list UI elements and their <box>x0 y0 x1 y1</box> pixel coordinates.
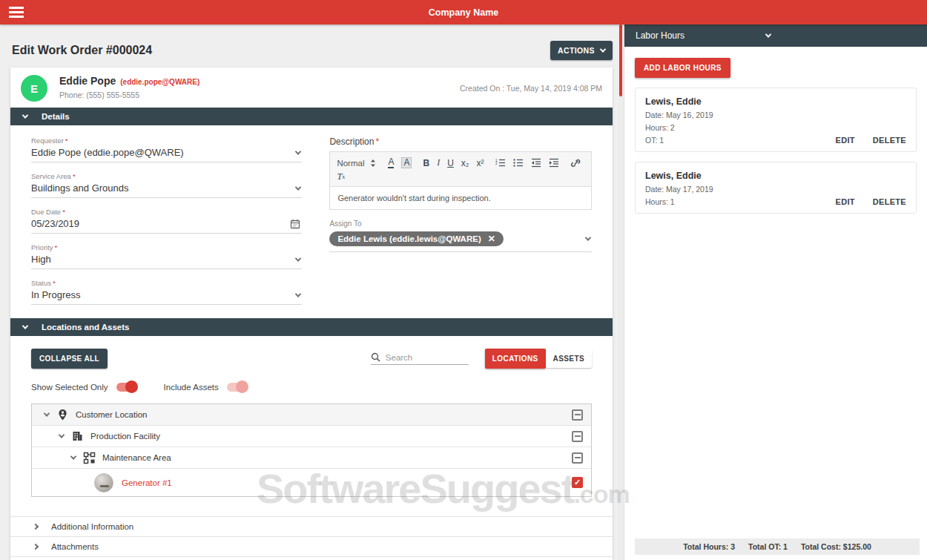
calendar-icon[interactable] <box>290 219 300 229</box>
bold-icon[interactable]: B <box>423 158 429 168</box>
actions-button-label: ACTIONS <box>558 46 595 55</box>
service-area-select[interactable]: Buildings and Grounds <box>31 180 302 198</box>
labor-hours-panel: Labor Hours ADD LABOR HOURS Lewis, Eddie… <box>624 24 927 560</box>
priority-select[interactable]: High <box>31 251 302 269</box>
status-field-label: Status* <box>31 279 302 287</box>
chevron-down-icon <box>295 148 301 154</box>
include-assets-toggle[interactable] <box>227 383 246 392</box>
labor-entry-name: Lewis, Eddie <box>645 96 713 107</box>
requester-select[interactable]: Eddie Pope (eddie.pope@QWARE) <box>31 145 302 162</box>
status-select[interactable]: In Progress <box>31 287 302 305</box>
clear-formatting-icon[interactable]: Tx <box>337 171 345 182</box>
additional-information-label: Additional Information <box>51 522 133 531</box>
requester-select-value: Eddie Pope (eddie.pope@QWARE) <box>31 147 184 158</box>
subscript-icon[interactable]: x₂ <box>461 158 469 168</box>
actions-button[interactable]: ACTIONS <box>550 41 613 60</box>
chevron-down-icon <box>295 184 301 190</box>
service-area-select-value: Buildings and Grounds <box>31 182 129 194</box>
superscript-icon[interactable]: x² <box>477 158 484 168</box>
assign-to-label: Assign To <box>329 220 592 228</box>
editor-toolbar: Normal A A B I <box>330 152 591 187</box>
checkbox-checked[interactable]: ✓ <box>572 477 583 488</box>
locations-section-label: Locations and Assets <box>42 323 129 332</box>
edit-button[interactable]: EDIT <box>836 197 855 206</box>
tree-row-customer-location[interactable]: Customer Location <box>32 404 591 426</box>
chevron-down-icon[interactable] <box>44 410 50 416</box>
assignee-chip-label: Eddie Lewis (eddie.lewis@QWARE) <box>337 234 481 243</box>
checkbox-indeterminate[interactable] <box>572 452 583 464</box>
labor-entry-card: Lewis, Eddie Date: May 16, 2019 Hours: 2… <box>635 88 917 152</box>
underline-icon[interactable]: U <box>447 158 454 168</box>
checkbox-indeterminate[interactable] <box>572 409 583 421</box>
labor-entry-card: Lewis, Eddie Date: May 17, 2019 Hours: 1… <box>635 162 917 214</box>
details-section-header[interactable]: Details <box>10 108 613 125</box>
include-assets-label: Include Assets <box>164 383 219 392</box>
delete-button[interactable]: DELETE <box>873 197 906 206</box>
search-input[interactable] <box>386 353 460 362</box>
close-icon[interactable]: ✕ <box>488 234 495 243</box>
company-name-title: Company Name <box>0 7 927 18</box>
delete-button[interactable]: DELETE <box>873 136 906 145</box>
assign-to-select[interactable]: Eddie Lewis (eddie.lewis@QWARE) ✕ <box>329 228 592 252</box>
show-selected-only-toggle[interactable] <box>116 383 136 392</box>
add-labor-hours-button[interactable]: ADD LABOR HOURS <box>635 58 730 78</box>
priority-field-label: Priority* <box>31 243 302 251</box>
description-label: Description* <box>329 136 592 147</box>
location-search <box>371 352 469 365</box>
chevron-right-icon <box>33 524 39 530</box>
requester-name: Eddie Pope <box>59 75 116 87</box>
chevron-down-icon <box>22 112 28 118</box>
chevron-down-icon <box>295 291 301 297</box>
assignee-chip: Eddie Lewis (eddie.lewis@QWARE) ✕ <box>329 231 503 246</box>
scrollbar-thumb[interactable] <box>619 24 622 96</box>
highlight-color-icon[interactable]: A <box>401 157 412 168</box>
status-select-value: In Progress <box>31 289 80 300</box>
checkbox-indeterminate[interactable] <box>572 431 583 442</box>
labor-entry-ot: OT: 1 <box>645 136 713 145</box>
total-hours: Total Hours: 3 <box>683 542 735 551</box>
locations-tab-button[interactable]: LOCATIONS <box>485 349 546 369</box>
building-icon <box>71 430 84 443</box>
locations-section-header[interactable]: Locations and Assets <box>10 318 613 336</box>
due-date-value: 05/23/2019 <box>31 218 79 229</box>
description-editor: Normal A A B I <box>329 151 592 210</box>
chevron-down-icon[interactable] <box>59 432 65 438</box>
bullet-list-icon[interactable] <box>513 158 524 168</box>
tree-row-production-facility[interactable]: Production Facility <box>32 426 591 447</box>
labor-hours-header[interactable]: Labor Hours <box>624 24 927 47</box>
requester-field-label: Requester* <box>31 136 302 145</box>
work-order-card: E Eddie Pope (eddie.pope@QWARE) Phone: (… <box>10 67 613 560</box>
chevron-down-icon <box>585 235 591 241</box>
avatar: E <box>21 75 47 102</box>
ordered-list-icon[interactable]: 12 <box>495 158 506 168</box>
tree-row-maintenance-area[interactable]: Maintenance Area <box>32 447 591 469</box>
service-area-field-label: Service Area* <box>31 172 302 180</box>
assets-tab-button[interactable]: ASSETS <box>546 349 592 368</box>
description-input[interactable]: Generator wouldn't start during inspecti… <box>330 187 591 209</box>
chevron-down-icon <box>765 31 771 37</box>
page-title: Edit Work Order #000024 <box>12 44 152 57</box>
tree-label: Maintenance Area <box>102 453 171 462</box>
indent-icon[interactable] <box>549 158 559 168</box>
edit-button[interactable]: EDIT <box>836 136 855 145</box>
due-date-field[interactable]: 05/23/2019 <box>31 216 302 234</box>
show-selected-only-label: Show Selected Only <box>31 383 108 392</box>
labor-hours-title: Labor Hours <box>636 30 684 41</box>
scrollbar-track[interactable] <box>618 24 623 560</box>
paragraph-style-dropdown[interactable]: Normal <box>337 159 376 168</box>
additional-information-section[interactable]: Additional Information <box>10 516 613 536</box>
link-icon[interactable] <box>570 158 581 168</box>
labor-entry-date: Date: May 17, 2019 <box>645 185 713 194</box>
requester-summary: E Eddie Pope (eddie.pope@QWARE) Phone: (… <box>10 67 613 108</box>
text-color-icon[interactable]: A <box>388 157 394 168</box>
updown-arrows-icon <box>370 159 376 168</box>
outdent-icon[interactable] <box>531 158 541 168</box>
chevron-down-icon[interactable] <box>70 453 76 459</box>
search-icon <box>371 352 380 362</box>
total-ot: Total OT: 1 <box>748 542 788 551</box>
italic-icon[interactable]: I <box>437 157 440 168</box>
collapse-all-button[interactable]: COLLAPSE ALL <box>31 349 108 369</box>
attachments-section[interactable]: Attachments <box>10 536 613 556</box>
labor-entry-date: Date: May 16, 2019 <box>645 111 713 119</box>
tree-row-generator-1[interactable]: Generator #1 ✓ <box>32 469 591 496</box>
